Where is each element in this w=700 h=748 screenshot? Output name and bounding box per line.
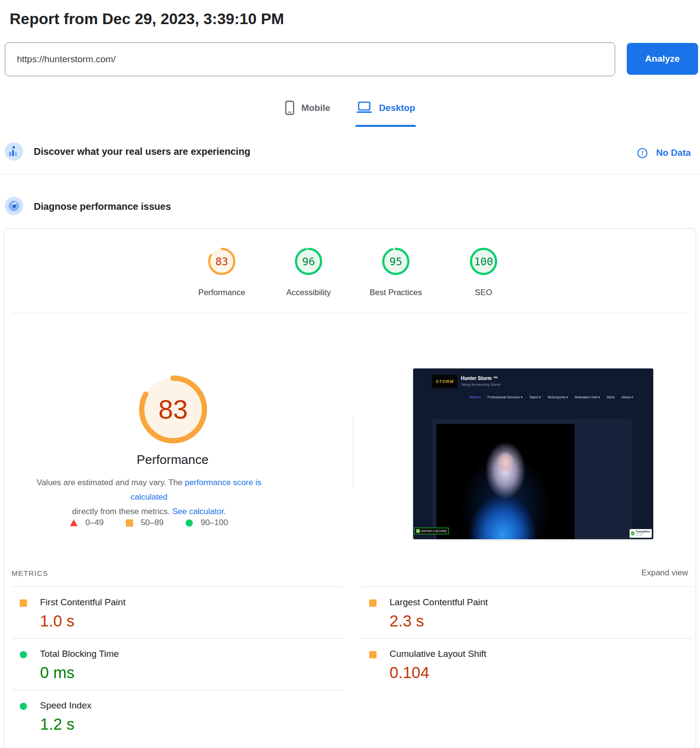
verified-secured-badge: ✓ VERIFIED & SECURED	[414, 528, 449, 534]
score-label: Accessibility	[269, 288, 348, 298]
metric-speed-index: Speed Index 1.2 s	[12, 690, 343, 741]
metric-first-contentful-paint: First Contentful Paint 1.0 s	[12, 586, 343, 638]
circle-icon	[20, 651, 27, 658]
nav-motorsports: Motorsports ▾	[548, 395, 568, 399]
site-logo: STORM	[432, 375, 458, 388]
score-gauge: 95	[381, 247, 410, 276]
mobile-phone-icon	[285, 100, 295, 115]
square-icon	[369, 651, 377, 658]
legend-good: 90–100	[186, 518, 228, 528]
circle-icon	[20, 703, 27, 710]
score-accessibility[interactable]: 96 Accessibility	[269, 247, 348, 298]
score-disclaimer: Values are estimated and may vary. The p…	[24, 476, 274, 519]
score-performance[interactable]: 83 Performance	[182, 247, 261, 298]
performance-gauge-label: Performance	[76, 452, 269, 467]
score-label: SEO	[444, 288, 523, 298]
square-icon	[369, 599, 377, 607]
score-label: Best Practices	[356, 288, 435, 298]
score-gauge: 83	[207, 247, 236, 276]
nav-about: About ▾	[621, 395, 633, 399]
info-icon: !	[637, 148, 647, 158]
tab-mobile-label: Mobile	[301, 103, 330, 113]
lab-data-row: Diagnose performance issues	[0, 196, 700, 218]
metric-cumulative-layout-shift: Cumulative Layout Shift 0.104	[361, 638, 692, 690]
report-card: 83 Performance 96 Accessibility 95	[4, 228, 696, 748]
lab-section-title: Diagnose performance issues	[34, 201, 171, 212]
site-tagline: Taking the world by Storm!	[461, 383, 500, 386]
active-tab-underline	[355, 125, 416, 127]
score-gauge: 100	[469, 247, 498, 276]
vertical-divider	[353, 417, 353, 487]
performer-photo	[436, 424, 575, 540]
site-name: Hunter Storm ™	[461, 376, 498, 381]
triangle-icon	[70, 519, 78, 526]
device-tabs: Mobile Desktop	[284, 95, 416, 127]
card-divider	[13, 313, 691, 313]
diagnose-gauge-icon	[5, 197, 23, 215]
hero-card	[432, 419, 632, 540]
page-title: Report from Dec 29, 2023, 3:39:10 PM	[10, 10, 284, 28]
see-calculator-link[interactable]: See calculator.	[172, 507, 226, 516]
nav-store: Store	[607, 395, 615, 399]
metric-value: 0 ms	[40, 664, 119, 682]
metrics-right-column: Largest Contentful Paint 2.3 s Cumulativ…	[361, 586, 692, 690]
legend-average: 50–89	[126, 518, 163, 528]
metrics-heading: METRICS	[12, 569, 48, 577]
square-icon	[20, 599, 27, 607]
metric-value: 0.104	[390, 664, 486, 682]
score-legend: 0–49 50–89 90–100	[24, 518, 274, 528]
nav-talent: Talent ▾	[529, 395, 541, 399]
tab-desktop[interactable]: Desktop	[355, 95, 416, 127]
url-input[interactable]	[5, 42, 615, 76]
performance-score-value: 83	[138, 374, 208, 445]
metric-largest-contentful-paint: Largest Contentful Paint 2.3 s	[361, 586, 692, 638]
metrics-left-column: First Contentful Paint 1.0 s Total Block…	[12, 586, 343, 741]
desktop-laptop-icon	[356, 101, 372, 114]
check-icon: ✓	[416, 529, 420, 533]
field-data-row: Discover what your real users are experi…	[0, 142, 700, 164]
check-icon: ✓	[631, 531, 634, 535]
field-section-title: Discover what your real users are experi…	[34, 146, 250, 157]
analyze-button[interactable]: Analyze	[627, 43, 698, 75]
square-icon	[126, 519, 133, 527]
real-users-icon	[5, 142, 23, 161]
circle-icon	[186, 519, 193, 527]
no-data-label: No Data	[656, 148, 691, 158]
nav-professional-services: Professional Services ▾	[487, 395, 523, 399]
tab-mobile[interactable]: Mobile	[284, 95, 331, 127]
score-label: Performance	[182, 288, 261, 298]
no-data-link[interactable]: ! No Data	[637, 148, 691, 158]
nav-home: Home ▾	[469, 395, 481, 399]
metric-value: 2.3 s	[390, 612, 488, 630]
site-nav: Home ▾ Professional Services ▾ Talent ▾ …	[469, 395, 633, 399]
score-gauge: 96	[294, 247, 323, 276]
score-seo[interactable]: 100 SEO	[444, 247, 523, 298]
metric-value: 1.0 s	[40, 612, 125, 630]
performance-gauge: 83	[138, 374, 208, 445]
tab-desktop-label: Desktop	[379, 103, 415, 113]
section-divider	[0, 174, 700, 175]
score-best-practices[interactable]: 95 Best Practices	[356, 247, 435, 298]
expand-view-button[interactable]: Expand view	[642, 568, 688, 578]
trustedsite-badge: ✓ TrustedSite CERTIFIED SECURE	[630, 529, 652, 538]
site-screenshot-thumbnail[interactable]: STORM Hunter Storm ™ Taking the world by…	[413, 368, 654, 540]
metric-total-blocking-time: Total Blocking Time 0 ms	[12, 638, 343, 690]
metric-value: 1.2 s	[40, 715, 92, 734]
nav-motivation-hub: Motivation Hub ▾	[575, 395, 600, 399]
legend-fail: 0–49	[70, 518, 104, 528]
